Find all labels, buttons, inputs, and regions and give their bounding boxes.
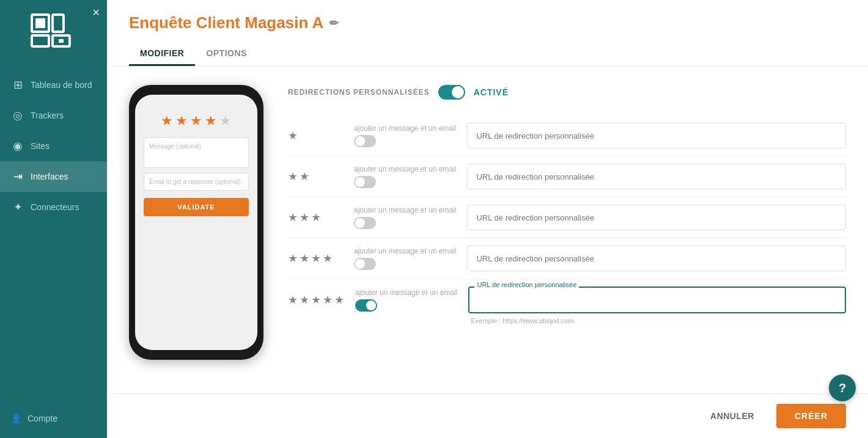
phone-star-4: ★ xyxy=(205,113,217,129)
star-row-2: ★ ★ ajouter un message et un email xyxy=(288,156,846,197)
dashboard-icon: ⊞ xyxy=(11,78,24,92)
star-row-1: ★ ajouter un message et un email xyxy=(288,115,846,156)
url-input-group-5: URL de redirection personnalisée Exemple… xyxy=(468,287,846,313)
rating-4-stars: ★ ★ ★ ★ xyxy=(288,252,343,265)
sidebar-item-label: Connecteurs xyxy=(31,202,79,212)
sidebar-item-label: Sites xyxy=(31,141,50,151)
trackers-icon: ◎ xyxy=(11,109,24,122)
right-panel: REDIRECTIONS PERSONNALISÉES ACTIVÉ ★ ajo… xyxy=(288,85,846,375)
star-row-4: ★ ★ ★ ★ ajouter un message et un email xyxy=(288,238,846,279)
sidebar-item-trackers[interactable]: ◎ Trackers xyxy=(0,100,107,131)
tab-options[interactable]: OPTIONS xyxy=(195,42,258,66)
phone-email-input: Email to get a response (optional) xyxy=(144,173,249,191)
sidebar-nav: ⊞ Tableau de bord ◎ Trackers ◉ Sites ⇥ I… xyxy=(0,70,107,405)
connecteurs-icon: ✦ xyxy=(11,200,24,214)
help-button[interactable]: ? xyxy=(829,374,856,401)
star-icon: ★ xyxy=(300,293,309,307)
svg-rect-5 xyxy=(59,39,64,43)
star-icon: ★ xyxy=(300,252,309,265)
star-icon: ★ xyxy=(300,170,309,183)
star-icon: ★ xyxy=(300,211,309,224)
sidebar-item-interfaces[interactable]: ⇥ Interfaces xyxy=(0,161,107,192)
interfaces-icon: ⇥ xyxy=(11,170,24,183)
phone-star-1: ★ xyxy=(161,113,173,129)
close-button[interactable]: × xyxy=(92,6,100,18)
star-icon: ★ xyxy=(323,252,333,265)
row-5-controls: ajouter un message et un email xyxy=(355,288,457,312)
star-icon: ★ xyxy=(288,170,298,183)
sidebar-bottom-label: Compte xyxy=(28,414,57,423)
url-input-1[interactable] xyxy=(467,123,846,148)
phone-star-2: ★ xyxy=(175,113,188,129)
sidebar-item-label: Interfaces xyxy=(31,172,68,181)
active-input-label: URL de redirection personnalisée xyxy=(474,281,579,288)
main-redirect-toggle[interactable] xyxy=(438,85,465,100)
sidebar-item-sites[interactable]: ◉ Sites xyxy=(0,131,107,161)
tab-modifier[interactable]: MODIFIER xyxy=(129,42,195,66)
page-title: Enquête Client Magasin A ✏ xyxy=(129,13,846,32)
sidebar-item-tableau[interactable]: ⊞ Tableau de bord xyxy=(0,70,107,100)
phone-star-5: ★ xyxy=(219,113,232,129)
row-1-controls: ajouter un message et un email xyxy=(354,124,456,147)
phone-screen: ★ ★ ★ ★ ★ Message (optional) Email to ge… xyxy=(135,95,257,350)
footer: ANNULER CRÉER xyxy=(107,393,868,438)
phone-email-placeholder: Email to get a response (optional) xyxy=(149,178,241,185)
logo xyxy=(29,12,78,51)
edit-icon[interactable]: ✏ xyxy=(329,16,339,30)
url-input-5[interactable] xyxy=(469,288,845,312)
star-icon: ★ xyxy=(288,252,298,265)
active-input-wrapper: URL de redirection personnalisée xyxy=(468,287,846,313)
add-message-link-2[interactable]: ajouter un message et un email xyxy=(354,165,456,173)
row-4-toggle[interactable] xyxy=(354,258,376,270)
add-message-link-5[interactable]: ajouter un message et un email xyxy=(355,288,457,297)
svg-rect-3 xyxy=(53,15,64,32)
rating-1-star: ★ xyxy=(288,129,343,142)
star-row-3: ★ ★ ★ ajouter un message et un email xyxy=(288,197,846,238)
add-message-link-3[interactable]: ajouter un message et un email xyxy=(354,206,456,214)
row-2-toggle[interactable] xyxy=(354,176,376,188)
sidebar-item-label: Tableau de bord xyxy=(31,80,92,90)
creer-button[interactable]: CRÉER xyxy=(776,404,846,428)
url-input-2[interactable] xyxy=(467,164,846,189)
rating-5-stars: ★ ★ ★ ★ ★ xyxy=(288,293,344,307)
url-input-3[interactable] xyxy=(467,205,846,230)
annuler-button[interactable]: ANNULER xyxy=(698,405,767,427)
phone-message-input: Message (optional) xyxy=(144,137,249,168)
rating-2-stars: ★ ★ xyxy=(288,170,343,183)
svg-rect-2 xyxy=(32,35,49,46)
phone-validate-button[interactable]: VALIDATE xyxy=(144,198,249,216)
compte-icon: 👤 xyxy=(11,414,21,423)
redirect-status: ACTIVÉ xyxy=(474,87,509,97)
row-3-toggle[interactable] xyxy=(354,217,376,229)
star-row-5: ★ ★ ★ ★ ★ ajouter un message et un email… xyxy=(288,279,846,321)
phone-star-3: ★ xyxy=(190,113,202,129)
star-icon: ★ xyxy=(311,211,321,224)
star-icon: ★ xyxy=(288,129,298,142)
add-message-link-1[interactable]: ajouter un message et un email xyxy=(354,124,456,133)
main-content: Enquête Client Magasin A ✏ MODIFIER OPTI… xyxy=(107,0,868,438)
row-5-toggle[interactable] xyxy=(355,299,377,312)
phone-star-rating: ★ ★ ★ ★ ★ xyxy=(161,113,232,129)
row-2-controls: ajouter un message et un email xyxy=(354,165,456,188)
row-1-toggle[interactable] xyxy=(354,135,376,147)
svg-rect-1 xyxy=(35,18,45,28)
add-message-link-4[interactable]: ajouter un message et un email xyxy=(354,247,456,255)
phone-message-placeholder: Message (optional) xyxy=(149,143,201,150)
page-header: Enquête Client Magasin A ✏ MODIFIER OPTI… xyxy=(107,0,868,67)
sites-icon: ◉ xyxy=(11,139,24,153)
star-rows: ★ ajouter un message et un email ★ ★ xyxy=(288,115,846,321)
redirections-label: REDIRECTIONS PERSONNALISÉES xyxy=(288,88,430,97)
star-icon: ★ xyxy=(334,293,344,307)
url-input-4[interactable] xyxy=(467,246,846,271)
star-icon: ★ xyxy=(288,211,298,224)
content-area: ★ ★ ★ ★ ★ Message (optional) Email to ge… xyxy=(107,67,868,393)
star-icon: ★ xyxy=(323,293,333,307)
sidebar-item-label: Trackers xyxy=(31,111,64,120)
row-4-controls: ajouter un message et un email xyxy=(354,247,456,270)
sidebar-item-connecteurs[interactable]: ✦ Connecteurs xyxy=(0,192,107,222)
redirections-header: REDIRECTIONS PERSONNALISÉES ACTIVÉ xyxy=(288,85,846,100)
star-icon: ★ xyxy=(311,293,321,307)
page-title-text: Enquête Client Magasin A xyxy=(129,13,323,32)
star-icon: ★ xyxy=(311,252,321,265)
sidebar-item-compte[interactable]: 👤 Compte xyxy=(0,405,107,432)
